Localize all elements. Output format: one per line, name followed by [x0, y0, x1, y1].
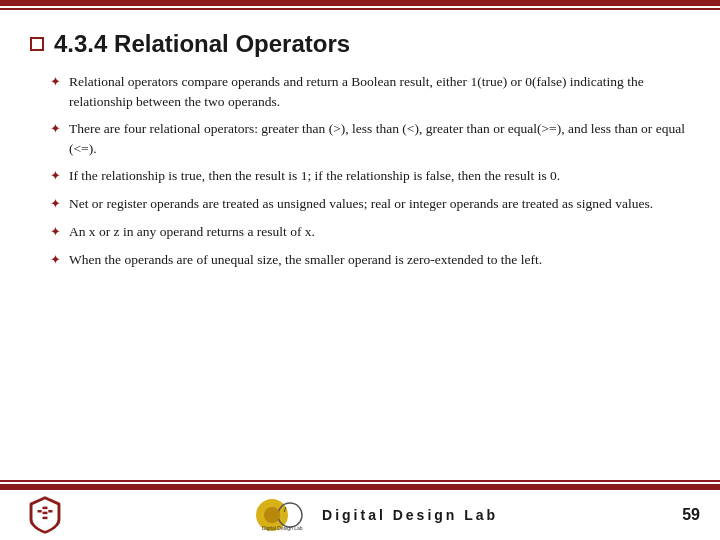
slide-content: 4.3.4 Relational Operators ✦ Relational … — [30, 20, 690, 480]
list-item: ✦ There are four relational operators: g… — [50, 119, 690, 158]
bullet-text-2: There are four relational operators: gre… — [69, 119, 690, 158]
list-item: ✦ If the relationship is true, then the … — [50, 166, 690, 186]
bullet-text-3: If the relationship is true, then the re… — [69, 166, 690, 186]
bullet-list: ✦ Relational operators compare operands … — [30, 72, 690, 270]
svg-rect-3 — [38, 510, 42, 513]
ddl-logo-icon: / Digital Design Lab — [254, 496, 314, 534]
svg-rect-0 — [43, 507, 48, 510]
bullet-text-5: An x or z in any operand returns a resul… — [69, 222, 690, 242]
ddl-logo: / Digital Design Lab — [254, 496, 314, 534]
page-number: 59 — [682, 506, 700, 524]
footer: / Digital Design Lab Digital Design Lab … — [0, 490, 720, 540]
slide: 4.3.4 Relational Operators ✦ Relational … — [0, 0, 720, 540]
diamond-bullet-icon: ✦ — [50, 73, 61, 92]
brand-text: Digital Design Lab — [322, 507, 498, 523]
list-item: ✦ An x or z in any operand returns a res… — [50, 222, 690, 242]
slide-title: 4.3.4 Relational Operators — [54, 30, 350, 58]
diamond-bullet-icon: ✦ — [50, 167, 61, 186]
diamond-bullet-icon: ✦ — [50, 223, 61, 242]
svg-point-7 — [264, 507, 280, 523]
top-border-thick — [0, 0, 720, 6]
footer-center: / Digital Design Lab Digital Design Lab — [254, 496, 498, 534]
harvard-shield-logo — [20, 495, 70, 535]
diamond-bullet-icon: ✦ — [50, 251, 61, 270]
list-item: ✦ Relational operators compare operands … — [50, 72, 690, 111]
svg-text:Digital Design Lab: Digital Design Lab — [262, 525, 303, 531]
diamond-bullet-icon: ✦ — [50, 195, 61, 214]
square-bullet-icon — [30, 37, 44, 51]
list-item: ✦ Net or register operands are treated a… — [50, 194, 690, 214]
list-item: ✦ When the operands are of unequal size,… — [50, 250, 690, 270]
section-title: 4.3.4 Relational Operators — [30, 30, 690, 58]
bottom-border-thin — [0, 480, 720, 482]
bullet-text-4: Net or register operands are treated as … — [69, 194, 690, 214]
bullet-text-6: When the operands are of unequal size, t… — [69, 250, 690, 270]
bullet-text-1: Relational operators compare operands an… — [69, 72, 690, 111]
diamond-bullet-icon: ✦ — [50, 120, 61, 139]
svg-text:/: / — [284, 506, 286, 513]
svg-rect-2 — [43, 517, 48, 520]
top-border-thin — [0, 8, 720, 10]
shield-icon — [25, 495, 65, 535]
svg-rect-4 — [48, 510, 52, 513]
svg-rect-1 — [43, 512, 48, 515]
